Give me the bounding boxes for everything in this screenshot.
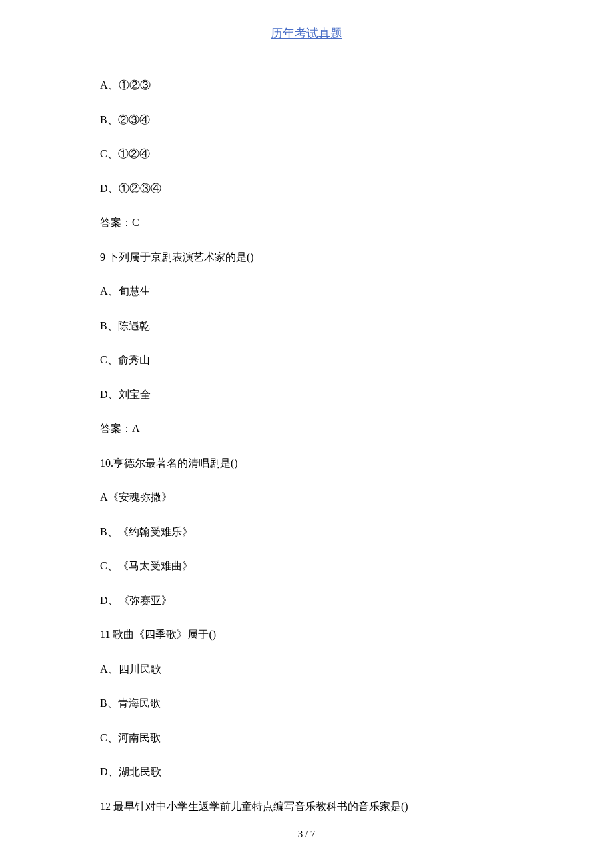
text-line: 11 歌曲《四季歌》属于()	[100, 627, 526, 643]
text-line: D、湖北民歌	[100, 764, 526, 780]
text-line: C、俞秀山	[100, 352, 526, 368]
text-line: D、《弥赛亚》	[100, 593, 526, 609]
text-line: 答案：A	[100, 421, 526, 437]
text-line: 12 最早针对中小学生返学前儿童特点编写音乐教科书的音乐家是()	[100, 799, 526, 815]
document-content: A、①②③ B、②③④ C、①②④ D、①②③④ 答案：C 9 下列属于京剧表演…	[100, 77, 526, 833]
text-line: B、②③④	[100, 112, 526, 128]
header-title: 历年考试真题	[271, 27, 342, 40]
page-header: 历年考试真题	[0, 25, 613, 41]
text-line: C、河南民歌	[100, 730, 526, 746]
text-line: 答案：C	[100, 215, 526, 231]
text-line: A、旬慧生	[100, 283, 526, 299]
text-line: 10.亨德尔最著名的清唱剧是()	[100, 455, 526, 471]
text-line: A、四川民歌	[100, 661, 526, 677]
text-line: B、陈遇乾	[100, 318, 526, 334]
text-line: C、①②④	[100, 146, 526, 162]
text-line: B、《约翰受难乐》	[100, 524, 526, 540]
text-line: B、青海民歌	[100, 695, 526, 711]
text-line: A《安魂弥撒》	[100, 489, 526, 505]
page-footer: 3 / 7	[0, 829, 613, 840]
page-number: 3 / 7	[298, 829, 316, 839]
text-line: A、①②③	[100, 77, 526, 93]
text-line: 9 下列属于京剧表演艺术家的是()	[100, 249, 526, 265]
text-line: C、《马太受难曲》	[100, 558, 526, 574]
text-line: D、①②③④	[100, 181, 526, 197]
text-line: D、刘宝全	[100, 387, 526, 403]
